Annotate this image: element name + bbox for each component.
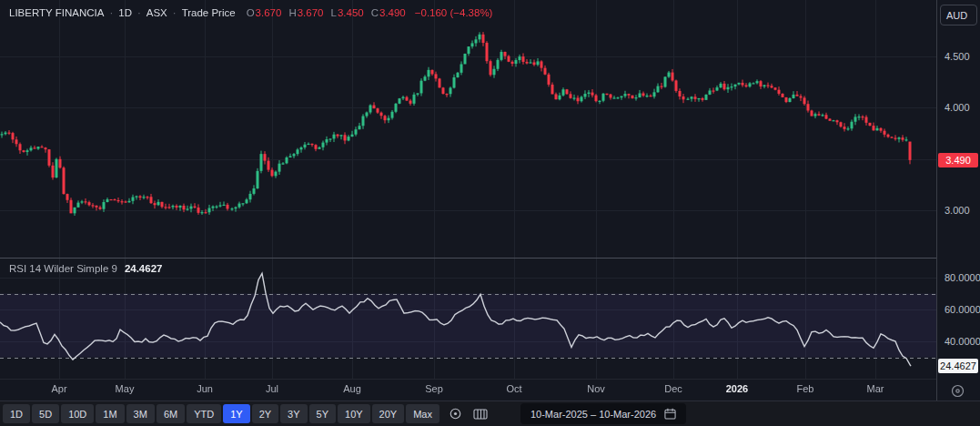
last-price-badge: 3.490 bbox=[938, 153, 978, 167]
exchange-label: ASX bbox=[146, 7, 167, 18]
rsi-value-badge: 24.4627 bbox=[938, 359, 978, 373]
high-value: 3.670 bbox=[298, 7, 324, 18]
date-range-text: 10-Mar-2025 – 10-Mar-2026 bbox=[530, 409, 656, 420]
scroll-to-realtime-icon[interactable] bbox=[950, 383, 965, 399]
chart-canvas[interactable] bbox=[0, 0, 936, 401]
range-button-1d[interactable]: 1D bbox=[3, 404, 30, 423]
range-button-3y[interactable]: 3Y bbox=[280, 404, 307, 423]
range-button-max[interactable]: Max bbox=[406, 404, 439, 423]
bottom-toolbar: 1D5D10D1M3M6MYTD1Y2Y3Y5Y10Y20YMax 10-Mar… bbox=[0, 401, 980, 426]
time-axis-label: Oct bbox=[493, 383, 535, 394]
panels-icon-button[interactable] bbox=[470, 406, 491, 422]
range-button-10d[interactable]: 10D bbox=[61, 404, 94, 423]
range-button-5y[interactable]: 5Y bbox=[309, 404, 336, 423]
symbol-name[interactable]: LIBERTY FINANCIA bbox=[9, 7, 104, 18]
range-button-5d[interactable]: 5D bbox=[32, 404, 59, 423]
date-range-picker[interactable]: 10-Mar-2025 – 10-Mar-2026 bbox=[520, 403, 686, 424]
header-separator: · bbox=[137, 7, 141, 18]
time-axis-label: Mar bbox=[854, 383, 896, 394]
rsi-indicator-header[interactable]: RSI 14 Wilder Simple 9 24.4627 bbox=[9, 263, 162, 274]
range-button-ytd[interactable]: YTD bbox=[187, 404, 221, 423]
open-label: O bbox=[247, 7, 255, 18]
low-value: 3.450 bbox=[338, 7, 364, 18]
target-icon-button[interactable] bbox=[445, 405, 466, 422]
time-axis-label: 2026 bbox=[716, 383, 758, 394]
currency-label: AUD bbox=[946, 10, 967, 21]
rsi-indicator-value: 24.4627 bbox=[125, 263, 163, 274]
symbol-header: LIBERTY FINANCIA · 1D · ASX · Trade Pric… bbox=[9, 7, 492, 18]
time-axis-label: Aug bbox=[331, 383, 373, 394]
range-button-1m[interactable]: 1M bbox=[96, 404, 124, 423]
time-axis-label: Feb bbox=[784, 383, 826, 394]
price-axis[interactable]: AUD 4.5004.0003.00080.000060.000040.0000… bbox=[936, 0, 980, 401]
change-readout: −0.160 (−4.38%) bbox=[415, 7, 493, 18]
time-axis-label: Sep bbox=[413, 383, 455, 394]
price-axis-label: 4.000 bbox=[945, 102, 970, 113]
range-button-20y[interactable]: 20Y bbox=[372, 404, 405, 423]
low-label: L bbox=[330, 7, 336, 18]
close-value: 3.490 bbox=[379, 7, 406, 18]
price-axis-label: 4.500 bbox=[945, 51, 970, 62]
ohlc-readout: O3.670 H3.670 L3.450 C3.490 −0.160 (−4.3… bbox=[247, 7, 493, 18]
chart-window: LIBERTY FINANCIA · 1D · ASX · Trade Pric… bbox=[0, 0, 980, 426]
currency-selector-button[interactable]: AUD bbox=[940, 5, 977, 25]
time-axis-label: Apr bbox=[38, 383, 80, 394]
time-axis-label: Jul bbox=[251, 383, 293, 394]
series-label: Trade Price bbox=[182, 7, 236, 18]
rsi-axis-label: 60.0000 bbox=[945, 304, 980, 315]
header-separator: · bbox=[173, 7, 177, 18]
range-button-6m[interactable]: 6M bbox=[157, 404, 185, 423]
range-button-1y[interactable]: 1Y bbox=[223, 404, 249, 423]
calendar-icon bbox=[664, 408, 676, 420]
interval-label[interactable]: 1D bbox=[118, 7, 132, 18]
target-icon bbox=[449, 407, 462, 421]
high-label: H bbox=[288, 7, 296, 18]
range-button-10y[interactable]: 10Y bbox=[338, 404, 370, 423]
range-button-3m[interactable]: 3M bbox=[126, 404, 155, 423]
rsi-indicator-title: RSI 14 Wilder Simple 9 bbox=[9, 263, 117, 274]
rsi-axis-label: 40.0000 bbox=[945, 336, 980, 347]
time-axis-label: Jun bbox=[184, 383, 226, 394]
time-axis-label: Nov bbox=[575, 383, 617, 394]
price-axis-label: 3.000 bbox=[945, 205, 970, 216]
header-separator: · bbox=[109, 7, 113, 18]
open-value: 3.670 bbox=[256, 7, 282, 18]
time-axis-label: May bbox=[104, 383, 146, 394]
rsi-axis-label: 80.0000 bbox=[945, 272, 980, 283]
keyboard-panels-icon bbox=[473, 408, 488, 421]
range-button-2y[interactable]: 2Y bbox=[252, 404, 278, 423]
time-axis-label: Dec bbox=[652, 383, 694, 394]
pane-separator[interactable] bbox=[0, 258, 980, 259]
rsi-pane-bottom-border bbox=[0, 379, 936, 380]
close-label: C bbox=[371, 7, 379, 18]
